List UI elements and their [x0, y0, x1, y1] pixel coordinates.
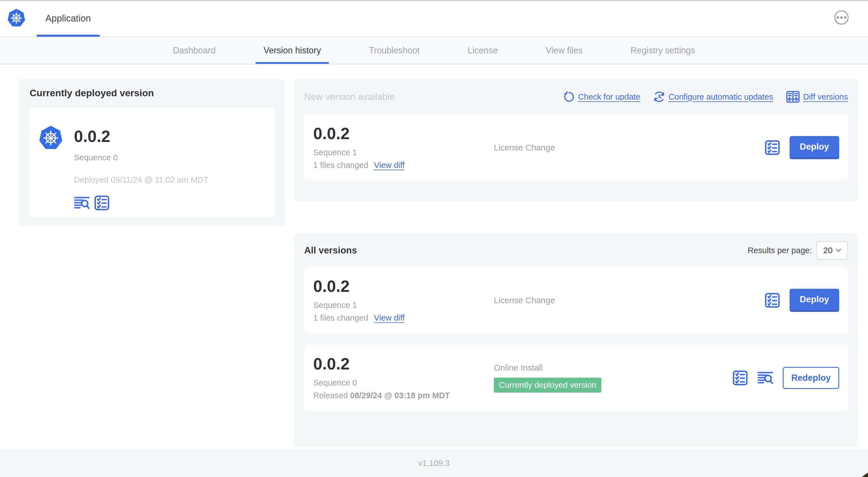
version-source-label: License Change [494, 143, 555, 152]
deployed-sequence-label: Sequence 0 [74, 153, 209, 162]
version-number: 0.0.2 [313, 125, 494, 142]
schedule-update-icon [653, 91, 665, 103]
diff-icon [786, 91, 800, 103]
app-tab-active-indicator [37, 35, 100, 37]
checklist-icon[interactable] [765, 140, 780, 155]
currently-deployed-panel: Currently deployed version 0.0.2 Sequ [19, 79, 285, 226]
currently-deployed-card: 0.0.2 Sequence 0 Deployed 09/11/24 @ 11:… [30, 108, 275, 217]
ellipsis-icon [837, 17, 839, 19]
tab-dashboard[interactable]: Dashboard [173, 37, 216, 64]
checklist-icon[interactable] [733, 370, 748, 386]
files-changed-label: 1 files changed [313, 313, 368, 323]
kubernetes-app-icon [37, 125, 64, 151]
new-version-title: New version available [304, 91, 395, 102]
view-diff-link[interactable]: View diff [374, 313, 405, 323]
check-for-update-link[interactable]: Check for update [563, 91, 640, 102]
results-per-page-label: Results per page: [748, 246, 812, 255]
sequence-label: Sequence 1 [313, 148, 494, 157]
refresh-icon [563, 91, 575, 102]
tab-troubleshoot[interactable]: Troubleshoot [369, 37, 420, 64]
cursor-artifact [862, 473, 868, 477]
tab-view-files[interactable]: View files [546, 37, 582, 64]
kubernetes-logo-icon [7, 8, 26, 28]
configure-automatic-updates-link[interactable]: Configure automatic updates [653, 91, 773, 103]
logs-icon[interactable] [757, 371, 773, 384]
all-versions-panel: All versions Results per page: 20 0.0.2 … [294, 233, 858, 447]
checklist-icon[interactable] [765, 293, 780, 308]
deployed-timestamp: Deployed 09/11/24 @ 11:02 am MDT [74, 175, 209, 185]
sequence-label: Sequence 0 [313, 378, 494, 388]
more-options-button[interactable] [834, 10, 848, 25]
version-source-label: Online Install [494, 363, 542, 372]
logs-icon[interactable] [74, 197, 90, 209]
results-per-page-value: 20 [823, 245, 832, 255]
version-row: 0.0.2 Sequence 1 1 files changed View di… [304, 267, 848, 333]
redeploy-button[interactable]: Redeploy [783, 367, 839, 389]
kots-admin-console: Application Dashboard Version history Tr… [0, 0, 868, 477]
new-version-card: 0.0.2 Sequence 1 1 files changed View di… [304, 115, 848, 180]
tab-license[interactable]: License [468, 37, 498, 64]
view-diff-link[interactable]: View diff [374, 160, 405, 170]
app-tab-application[interactable]: Application [37, 0, 100, 37]
released-timestamp: Released 08/29/24 @ 03:18 pm MDT [313, 391, 494, 400]
version-number: 0.0.2 [313, 356, 494, 372]
checklist-icon[interactable] [94, 195, 110, 211]
currently-deployed-badge: Currently deployed version [494, 378, 601, 393]
version-number: 0.0.2 [313, 278, 494, 294]
main-content: Currently deployed version 0.0.2 Sequ [0, 64, 868, 449]
window-top-edge [0, 0, 868, 1]
version-row: 0.0.2 Sequence 0 Released 08/29/24 @ 03:… [304, 344, 848, 411]
chevron-down-icon [836, 248, 841, 252]
currently-deployed-title: Currently deployed version [30, 88, 154, 98]
all-versions-title: All versions [304, 245, 357, 256]
new-version-panel: New version available Check for update [294, 79, 858, 201]
tab-registry-settings[interactable]: Registry settings [630, 37, 695, 64]
page-footer: v1.109.3 [0, 449, 868, 477]
sequence-label: Sequence 1 [313, 301, 494, 310]
tab-version-history[interactable]: Version history [264, 37, 321, 64]
deployed-version-number: 0.0.2 [74, 128, 209, 145]
section-nav: Dashboard Version history Troubleshoot L… [0, 37, 868, 64]
deploy-button[interactable]: Deploy [789, 136, 839, 159]
deploy-button[interactable]: Deploy [789, 289, 839, 312]
app-header: Application [0, 0, 868, 37]
files-changed-label: 1 files changed [313, 160, 368, 170]
diff-versions-link[interactable]: Diff versions [786, 91, 848, 103]
app-tab-label: Application [45, 13, 91, 24]
version-source-label: License Change [494, 296, 555, 305]
console-version: v1.109.3 [418, 459, 450, 468]
results-per-page-select[interactable]: 20 [816, 241, 848, 260]
